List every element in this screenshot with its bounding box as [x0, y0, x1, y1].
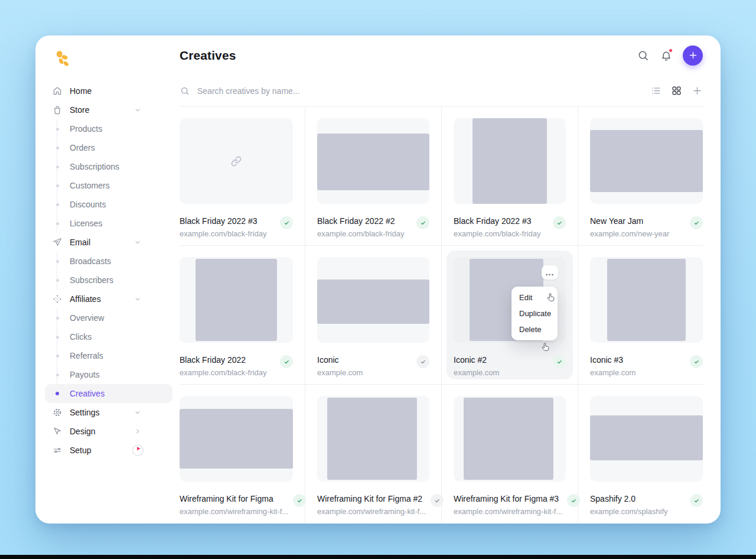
creative-card-wireframing-kit-for-figma-3[interactable]: Wireframing Kit for Figma #3 example.com… [441, 385, 578, 524]
menu-item-duplicate[interactable]: Duplicate [511, 306, 558, 321]
card-thumbnail[interactable] [454, 118, 566, 204]
creative-card-new-year-jam[interactable]: New Year Jam example.com/new-year [578, 107, 703, 246]
sidebar-item-products[interactable]: Products [45, 119, 172, 138]
menu-item-edit[interactable]: Edit [511, 290, 558, 306]
check-icon [693, 220, 700, 226]
sidebar-item-creatives[interactable]: Creatives [45, 384, 172, 403]
add-new-button[interactable] [683, 46, 703, 66]
sidebar-item-label: Store [70, 105, 89, 115]
status-check-badge[interactable] [553, 216, 566, 229]
sidebar-item-home[interactable]: Home [45, 82, 172, 100]
sidebar-item-setup[interactable]: Setup [45, 441, 172, 460]
app-window: HomeStoreProductsOrdersSubscriptionsCust… [35, 35, 721, 524]
main-content: Creatives [180, 35, 721, 524]
card-url: example.com/black-friday [180, 229, 266, 238]
card-thumbnail[interactable] [317, 257, 429, 343]
sidebar-item-store[interactable]: Store [45, 100, 172, 119]
card-text: Spashify 2.0 example.com/splashify [590, 494, 668, 516]
sidebar-item-customers[interactable]: Customers [45, 176, 172, 195]
check-icon [571, 498, 577, 504]
card-title: Black Friday 2022 #2 [317, 216, 404, 226]
add-creative-button[interactable] [692, 85, 703, 96]
sidebar-item-label: Orders [70, 143, 95, 152]
status-check-badge[interactable] [690, 216, 703, 229]
sidebar-item-payouts[interactable]: Payouts [45, 365, 172, 384]
card-thumbnail[interactable] [180, 118, 293, 204]
list-view-button[interactable] [650, 85, 662, 96]
nav-item-dot [56, 279, 59, 282]
nav-item-dot [56, 336, 59, 339]
status-check-badge[interactable] [416, 216, 429, 229]
global-search-button[interactable] [637, 49, 650, 62]
card-thumbnail[interactable] [317, 396, 429, 482]
chevron-right-icon [133, 427, 142, 436]
sidebar-item-label: Subscriptions [70, 162, 119, 171]
status-check-badge[interactable] [293, 494, 306, 507]
card-url: example.com/wireframing-kit-f... [454, 507, 562, 516]
card-thumbnail[interactable] [454, 396, 566, 482]
card-thumbnail[interactable] [590, 118, 703, 204]
notifications-button[interactable] [660, 49, 673, 62]
sidebar-item-broadcasts[interactable]: Broadcasts [45, 252, 172, 271]
card-text: New Year Jam example.com/new-year [590, 216, 669, 238]
sidebar-item-email[interactable]: Email [45, 233, 172, 252]
send-icon [52, 237, 63, 248]
thumbnail-image-placeholder [317, 134, 429, 190]
sidebar-item-settings[interactable]: Settings [45, 403, 172, 422]
creative-card-iconic-2[interactable]: Iconic #2 example.com ... EditDuplicateD… [441, 246, 578, 385]
sidebar-item-orders[interactable]: Orders [45, 138, 172, 157]
page-header: Creatives [180, 35, 703, 75]
creative-card-black-friday-2022-2[interactable]: Black Friday 2022 #2 example.com/black-f… [305, 107, 441, 246]
status-check-badge[interactable] [690, 494, 703, 507]
sidebar-item-subscribers[interactable]: Subscribers [45, 271, 172, 290]
card-text: Wireframing Kit for Figma #2 example.com… [317, 494, 426, 516]
card-thumbnail[interactable] [590, 396, 703, 482]
nav-item-dot [56, 184, 59, 187]
creative-card-black-friday-2022[interactable]: Black Friday 2022 example.com/black-frid… [180, 246, 305, 385]
creative-card-wireframing-kit-for-figma[interactable]: Wireframing Kit for Figma example.com/wi… [180, 385, 305, 524]
plus-icon [692, 85, 703, 96]
sidebar-item-label: Email [70, 238, 90, 247]
sidebar-item-discounts[interactable]: Discounts [45, 195, 172, 214]
sidebar-item-label: Settings [70, 408, 100, 417]
card-thumbnail[interactable] [180, 396, 293, 482]
status-check-badge[interactable] [553, 355, 566, 368]
sidebar-item-clicks[interactable]: Clicks [45, 327, 172, 346]
card-thumbnail[interactable] [180, 257, 293, 343]
card-thumbnail[interactable] [317, 118, 429, 204]
sidebar-item-design[interactable]: Design [45, 422, 172, 441]
sidebar-item-label: Subscribers [70, 275, 113, 285]
card-more-button[interactable]: ... [542, 265, 558, 280]
sidebar-item-affiliates[interactable]: Affiliates [45, 290, 172, 308]
thumbnail-image-placeholder [464, 398, 553, 480]
sidebar-item-referrals[interactable]: Referrals [45, 346, 172, 365]
card-meta: Black Friday 2022 #3 example.com/black-f… [180, 216, 293, 238]
search-input[interactable] [197, 86, 650, 96]
sidebar-item-label: Customers [70, 181, 110, 190]
card-title: New Year Jam [590, 216, 669, 226]
grid-view-button[interactable] [671, 85, 682, 96]
sidebar-item-label: Clicks [70, 332, 92, 342]
status-check-badge[interactable] [690, 355, 703, 368]
card-title: Wireframing Kit for Figma #2 [317, 494, 426, 503]
creative-card-black-friday-2022-3[interactable]: Black Friday 2022 #3 example.com/black-f… [180, 107, 305, 246]
creative-card-black-friday-2022-3[interactable]: Black Friday 2022 #3 example.com/black-f… [441, 107, 578, 246]
card-meta: Wireframing Kit for Figma #2 example.com… [317, 494, 429, 516]
app-logo-icon [53, 50, 71, 69]
status-check-badge[interactable] [280, 216, 293, 229]
creative-card-wireframing-kit-for-figma-2[interactable]: Wireframing Kit for Figma #2 example.com… [305, 385, 441, 524]
creative-card-iconic-3[interactable]: Iconic #3 example.com [578, 246, 703, 385]
sidebar-item-overview[interactable]: Overview [45, 308, 172, 327]
card-thumbnail[interactable] [590, 257, 703, 343]
menu-item-delete[interactable]: Delete [511, 321, 558, 337]
creative-card-spashify-2-0[interactable]: Spashify 2.0 example.com/splashify [578, 385, 703, 524]
creative-card-iconic[interactable]: Iconic example.com [305, 246, 441, 385]
card-url: example.com/new-year [590, 229, 669, 238]
sidebar-item-licenses[interactable]: Licenses [45, 214, 172, 233]
card-text: Black Friday 2022 #3 example.com/black-f… [180, 216, 266, 238]
status-check-badge[interactable] [280, 355, 293, 368]
status-check-badge[interactable] [416, 355, 429, 368]
check-icon [420, 359, 426, 365]
gear-icon [52, 407, 63, 418]
sidebar-item-subscriptions[interactable]: Subscriptions [45, 157, 172, 176]
